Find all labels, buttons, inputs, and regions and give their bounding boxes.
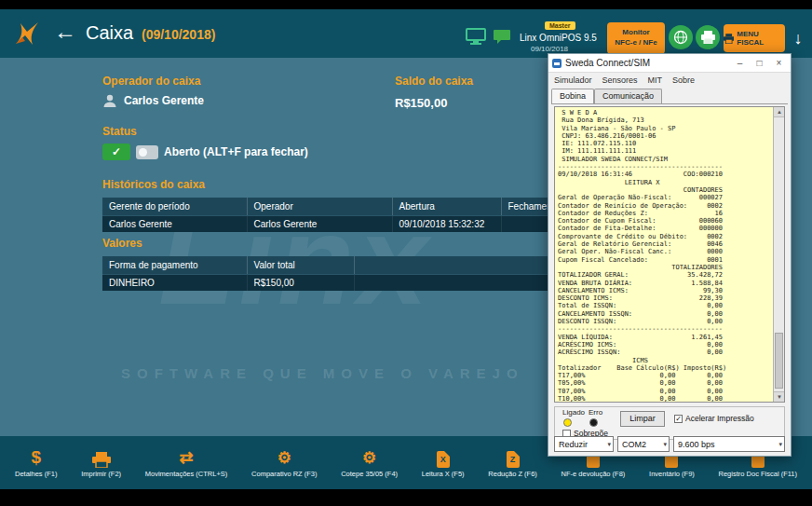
menu-fiscal-button[interactable]: MENU FISCAL <box>724 24 785 52</box>
sweda-menu-bar: Simulador Sensores MIT Sobre <box>548 73 791 87</box>
back-button[interactable]: ← <box>54 19 76 45</box>
dollar-icon: $ <box>31 447 41 468</box>
monitor-nfce-line2: NFC-e / NFe <box>607 37 665 48</box>
reduce-combo-value: Reduzir <box>559 440 588 449</box>
top-bar: ← Caixa (09/10/2018) Master Linx OmniPOS… <box>0 9 812 58</box>
sweda-tabs: Bobina Comunicação <box>551 88 791 103</box>
valores-table: Forma de pagamento Valor total DINHEIRO … <box>102 256 588 291</box>
green-printer-button[interactable] <box>696 25 720 49</box>
scroll-down-icon[interactable]: ▼ <box>774 391 785 402</box>
saldo-value: R$150,00 <box>395 96 447 110</box>
scrollbar-thumb[interactable] <box>775 333 783 389</box>
chevron-down-icon: ▾ <box>607 441 611 448</box>
saldo-label: Saldo do caixa <box>395 75 473 88</box>
cell-operador: Carlos Gerente <box>247 215 392 232</box>
collapse-down-button[interactable]: ↓ <box>789 24 807 52</box>
menu-fiscal-label: MENU FISCAL <box>737 30 785 47</box>
sweda-title: Sweda Connect/SIM <box>565 58 728 68</box>
menu-mit[interactable]: MIT <box>648 75 663 85</box>
document-z-icon: Z <box>507 447 520 468</box>
toolbar-detalhes[interactable]: $ Detalhes (F1) <box>15 447 57 478</box>
operador-value: Carlos Gerente <box>124 94 204 107</box>
letterbox-bottom <box>0 489 812 506</box>
accelerate-checkbox[interactable]: ✓ Acelerar Impressão <box>674 414 754 423</box>
maximize-icon[interactable]: □ <box>751 58 767 68</box>
master-badge: Master <box>545 21 575 30</box>
operador-value-row: Carlos Gerente <box>102 93 204 108</box>
led-error-label: Erro <box>589 408 602 417</box>
cell-valor-total: R$150,00 <box>247 274 354 291</box>
minimize-icon[interactable]: – <box>732 58 748 68</box>
toolbar-cotepe[interactable]: ⚙ Cotepe 35/05 (F4) <box>341 447 398 478</box>
toolbar-imprimir[interactable]: Imprimir (F2) <box>81 447 121 478</box>
receipt-area: S W E D A Rua Dona Brígida, 713 Vila Mar… <box>554 106 785 403</box>
watermark-tagline: SOFTWARE QUE MOVE O VAREJO <box>121 365 524 381</box>
error-led <box>589 418 598 427</box>
col-abertura: Abertura <box>392 198 501 215</box>
toolbar-label: Cotepe 35/05 (F4) <box>341 470 398 478</box>
toolbar-leitura-x[interactable]: X Leitura X (F5) <box>422 447 465 478</box>
operador-label: Operador do caixa <box>102 75 200 88</box>
letterbox-top <box>0 0 812 9</box>
status-check-button[interactable]: ✓ <box>102 144 130 160</box>
sweda-app-icon <box>552 59 562 68</box>
monitor-icon[interactable] <box>466 28 486 45</box>
historicos-row[interactable]: Carlos Gerente Carlos Gerente 09/10/2018… <box>102 215 587 232</box>
col-forma-pagamento: Forma de pagamento <box>102 256 247 274</box>
historicos-header-row: Gerente do período Operador Abertura Fec… <box>102 198 587 215</box>
tab-panel-border <box>551 103 788 104</box>
tab-comunicacao[interactable]: Comunicação <box>594 89 662 103</box>
linx-logo-icon <box>9 16 45 51</box>
power-led <box>563 418 572 427</box>
toolbar-label: Leitura X (F5) <box>422 470 465 478</box>
clear-button[interactable]: Limpar <box>620 411 665 427</box>
screen: ← Caixa (09/10/2018) Master Linx OmniPOS… <box>0 0 812 506</box>
toolbar-label: Detalhes (F1) <box>15 470 57 478</box>
historicos-title: Históricos do caixa <box>102 178 205 191</box>
chevron-down-icon: ▾ <box>778 441 782 448</box>
toolbar-label: Registro Doc Fiscal (F11) <box>719 470 797 478</box>
receipt-text: S W E D A Rua Dona Brígida, 713 Vila Mar… <box>555 107 773 402</box>
close-icon[interactable]: × <box>771 58 787 68</box>
col-valor-total: Valor total <box>247 256 354 274</box>
globe-button[interactable] <box>669 25 693 49</box>
document-x-icon: X <box>437 447 450 468</box>
com-port-combo[interactable]: COM2 ▾ <box>617 436 670 452</box>
app-date: 09/10/2018 <box>531 45 568 53</box>
chat-icon[interactable] <box>493 29 511 45</box>
user-icon <box>102 93 117 108</box>
chevron-down-icon: ▾ <box>663 441 667 448</box>
toolbar-comparativo-rz[interactable]: ⚙ Comparativo RZ (F3) <box>251 447 317 478</box>
col-gerente: Gerente do período <box>102 198 247 215</box>
menu-sensores[interactable]: Sensores <box>602 75 638 85</box>
status-value: Aberto (ALT+F para fechar) <box>164 145 308 158</box>
sweda-window: Sweda Connect/SIM – □ × Simulador Sensor… <box>548 53 792 457</box>
tab-bobina[interactable]: Bobina <box>551 89 594 104</box>
sweda-title-bar[interactable]: Sweda Connect/SIM – □ × <box>548 54 791 73</box>
app-name: Linx OmniPOS 9.5 <box>520 33 597 43</box>
page-title: Caixa <box>86 22 133 44</box>
toolbar-label: Inventário (F9) <box>649 470 695 478</box>
toolbar-movimentacoes[interactable]: ⇄ Movimentações (CTRL+S) <box>145 447 228 478</box>
scroll-up-icon[interactable]: ▲ <box>774 107 785 117</box>
accelerate-label: Acelerar Impressão <box>685 414 754 423</box>
col-operador: Operador <box>247 198 392 215</box>
baud-rate-combo[interactable]: 9.600 bps ▾ <box>673 436 785 452</box>
checkbox-checked-icon: ✓ <box>674 415 683 423</box>
sweda-bottom-bar: Reduzir ▾ COM2 ▾ 9.600 bps ▾ <box>554 436 785 452</box>
led-on-label: Ligado <box>562 408 585 417</box>
gear-icon: ⚙ <box>277 447 291 468</box>
menu-sobre[interactable]: Sobre <box>672 75 695 85</box>
status-toggle[interactable] <box>136 145 158 159</box>
valores-row[interactable]: DINHEIRO R$150,00 <box>102 274 587 291</box>
receipt-scrollbar[interactable]: ▲ ▼ <box>773 107 784 402</box>
monitor-nfce-button[interactable]: Monitor NFC-e / NFe <box>607 22 665 54</box>
toolbar-label: Redução Z (F6) <box>488 470 537 478</box>
reduce-combo[interactable]: Reduzir ▾ <box>554 436 614 452</box>
toolbar-reducao-z[interactable]: Z Redução Z (F6) <box>488 447 537 478</box>
page-date: (09/10/2018) <box>142 27 215 42</box>
monitor-nfce-line1: Monitor <box>607 27 665 37</box>
historicos-table: Gerente do período Operador Abertura Fec… <box>102 198 588 232</box>
transfer-arrows-icon: ⇄ <box>180 447 194 468</box>
menu-simulador[interactable]: Simulador <box>554 75 592 85</box>
